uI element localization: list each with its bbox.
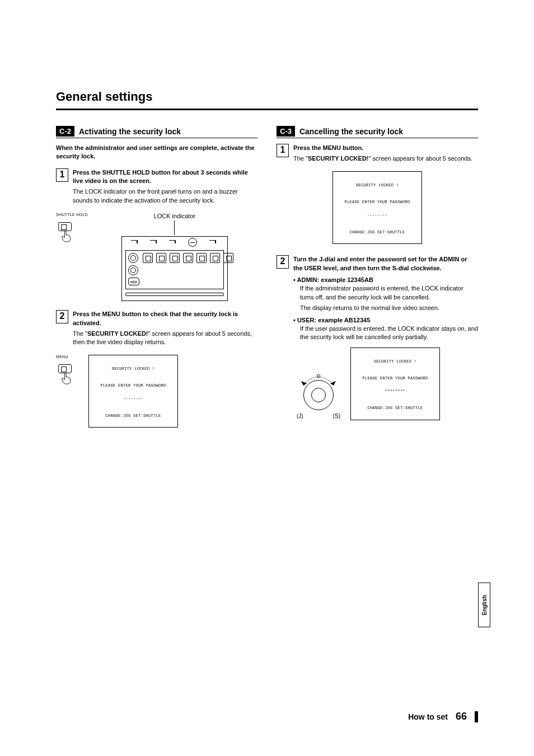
user-desc: If the user password is entered, the LOC… xyxy=(293,325,478,342)
figure-shuttle-lock: SHUTTLE HOLD LOCK indicator xyxy=(56,213,257,301)
osd-screen-c2: SECURITY LOCKED ! PLEASE ENTER YOUR PASS… xyxy=(88,355,178,428)
osd-screen-c3-1: SECURITY LOCKED ! PLEASE ENTER YOUR PASS… xyxy=(332,171,422,244)
section-c3-header: C-3 Cancelling the security lock xyxy=(277,126,478,138)
c2-step1: 1 Press the SHUTTLE HOLD button for abou… xyxy=(56,168,257,208)
step-number: 1 xyxy=(277,144,289,157)
c2-step1-desc: The LOCK indicator on the front panel tu… xyxy=(73,187,257,205)
admin-desc2: The display returns to the normal live v… xyxy=(293,304,478,312)
footer-section-label: How to set xyxy=(408,712,448,721)
svg-marker-1 xyxy=(330,381,336,386)
osd-screen-c3-2: SECURITY LOCKED ! PLEASE ENTER YOUR PASS… xyxy=(350,348,440,420)
c3-step2: 2 Turn the J-dial and enter the password… xyxy=(277,255,478,420)
lock-indicator-label: LOCK indicator xyxy=(121,213,228,219)
section-c2-title: Activating the security lock xyxy=(79,127,181,136)
svg-marker-0 xyxy=(301,381,307,386)
left-column: C-2 Activating the security lock When th… xyxy=(56,126,257,428)
j-label: (J) xyxy=(297,412,303,420)
finger-icon xyxy=(60,230,92,243)
s-label: (S) xyxy=(333,412,340,420)
step-number: 2 xyxy=(56,310,68,323)
page-footer: How to set 66 xyxy=(408,711,478,722)
admin-bullet-label: • ADMIN: example 12345AB xyxy=(293,276,373,283)
section-c2-badge: C-2 xyxy=(56,126,74,137)
page-title: General settings xyxy=(56,90,478,104)
language-tab: English xyxy=(478,583,490,627)
c2-step1-heading: Press the SHUTTLE HOLD button for about … xyxy=(73,168,257,186)
c3-step2-heading: Turn the J-dial and enter the password s… xyxy=(293,255,478,273)
front-panel-illustration xyxy=(121,236,228,301)
step-number: 2 xyxy=(277,255,289,269)
c2-step2-heading: Press the MENU button to check that the … xyxy=(73,310,257,327)
finger-icon xyxy=(60,372,76,386)
c2-intro: When the administrator and user settings… xyxy=(56,144,257,161)
menu-label: MENU xyxy=(56,355,72,359)
c3-step1: 1 Press the MENU button. The "SECURITY L… xyxy=(277,144,478,166)
footer-page-number: 66 xyxy=(456,711,467,722)
c2-step2-desc: The "SECURITY LOCKED!" screen appears fo… xyxy=(73,330,257,347)
title-rule xyxy=(56,109,478,110)
footer-bar-icon xyxy=(475,711,478,722)
jog-shuttle-figure: (J) (S) SECURITY LOCKED ! PLEASE ENTER Y… xyxy=(293,348,478,420)
c2-step2: 2 Press the MENU button to check that th… xyxy=(56,310,257,349)
jog-dial-icon xyxy=(293,373,344,412)
section-c2-header: C-2 Activating the security lock xyxy=(56,126,257,138)
shuttle-hold-label: SHUTTLE HOLD xyxy=(56,213,88,217)
step-number: 1 xyxy=(56,168,68,182)
right-column: C-3 Cancelling the security lock 1 Press… xyxy=(277,126,478,428)
c3-step1-heading: Press the MENU button. xyxy=(293,144,478,152)
admin-desc1: If the administrator password is entered… xyxy=(293,284,478,302)
user-bullet-label: • USER: example AB12345 xyxy=(293,317,370,323)
section-c3-badge: C-3 xyxy=(277,126,295,137)
section-c3-title: Cancelling the security lock xyxy=(299,127,403,136)
c3-step1-desc: The "SECURITY LOCKED!" screen appears fo… xyxy=(293,154,478,163)
